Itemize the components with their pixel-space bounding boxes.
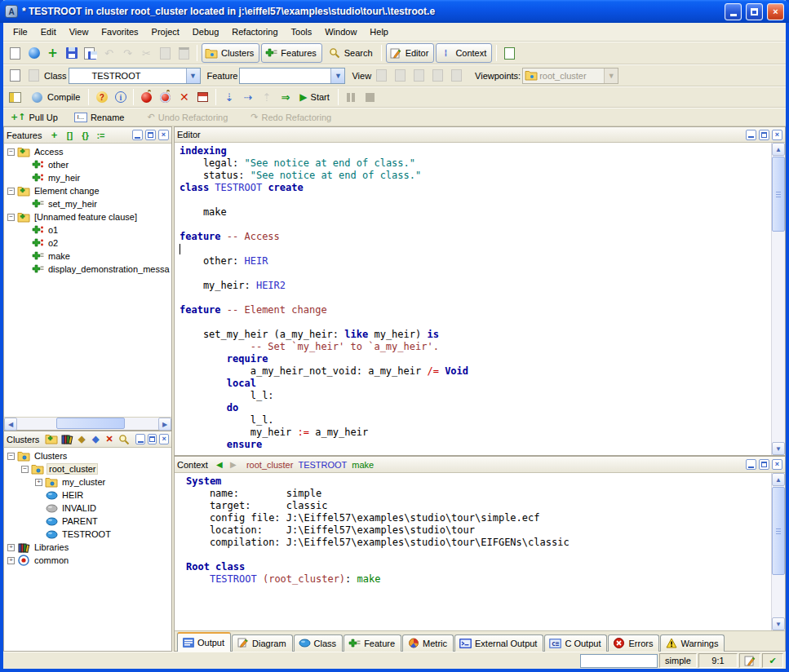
pause-icon[interactable]	[343, 89, 360, 106]
editor-vertical-scrollbar[interactable]: ▲ ▼	[771, 143, 785, 455]
features-tree-row[interactable]: make	[4, 250, 171, 263]
panel-maximize-button[interactable]	[145, 130, 156, 140]
search-icon[interactable]	[117, 433, 131, 445]
status-edit-cell[interactable]	[739, 653, 760, 668]
history-back-icon[interactable]: ◀	[214, 459, 225, 471]
menu-refactoring[interactable]: Refactoring	[225, 24, 284, 39]
clusters-tree-row[interactable]: PARENT	[4, 515, 171, 528]
tab-feature[interactable]: Feature	[344, 634, 401, 652]
undo-icon[interactable]: ↶	[100, 45, 117, 62]
new-document-icon[interactable]	[7, 45, 24, 62]
scroll-up-icon[interactable]: ▲	[772, 473, 785, 486]
collapse-box[interactable]: −	[7, 148, 15, 156]
tab-external-output[interactable]: External Output	[454, 634, 543, 652]
compile-button[interactable]: Compile	[25, 88, 84, 106]
stop-icon[interactable]	[361, 89, 379, 106]
features-horizontal-scrollbar[interactable]: ◀ ▶	[4, 417, 171, 430]
delete-icon[interactable]: ✕	[104, 433, 115, 445]
menu-debug[interactable]: Debug	[186, 24, 225, 39]
viewpoints-combobox[interactable]: root_cluster ▼	[522, 68, 618, 84]
tab-output[interactable]: Output	[177, 632, 231, 652]
view-flat-icon[interactable]	[410, 67, 428, 84]
save-icon[interactable]	[63, 45, 80, 62]
feature-history-icon[interactable]	[25, 67, 42, 84]
collapse-box[interactable]: −	[7, 188, 15, 195]
scrollbar-thumb[interactable]	[56, 418, 125, 429]
minimize-button[interactable]	[725, 3, 742, 20]
clusters-tool-button[interactable]: Clusters	[202, 43, 259, 63]
run-to-cursor-icon[interactable]: ⇒	[277, 89, 294, 106]
editor-code-area[interactable]: indexing legal: "See notice at end of cl…	[175, 143, 771, 455]
panel-minimize-button[interactable]	[746, 459, 756, 470]
panel-close-button[interactable]: ×	[158, 130, 169, 140]
close-button[interactable]: ×	[767, 3, 784, 20]
menu-favorites[interactable]: Favorites	[95, 24, 144, 39]
expand-box[interactable]: +	[7, 544, 15, 551]
project-settings-icon[interactable]	[7, 89, 24, 106]
redo-refactoring-button[interactable]: ↷ Redo Refactoring	[246, 108, 335, 126]
scroll-up-icon[interactable]: ▲	[772, 143, 785, 156]
view-clickable-icon[interactable]	[392, 67, 409, 84]
melt-question-icon[interactable]: ?	[93, 89, 110, 106]
chevron-down-icon[interactable]: ▼	[186, 69, 200, 83]
panel-minimize-button[interactable]	[135, 434, 145, 444]
open-icon[interactable]	[25, 45, 42, 62]
save-all-icon[interactable]	[82, 45, 99, 62]
rename-button[interactable]: I... Rename	[70, 108, 129, 126]
status-search-input[interactable]	[580, 654, 658, 668]
scrollbar-thumb[interactable]	[772, 157, 785, 232]
clusters-tree-row[interactable]: HEIR	[4, 489, 171, 502]
panel-close-button[interactable]: ×	[772, 459, 782, 470]
features-tree-row[interactable]: my_heir	[4, 171, 171, 184]
features-tree-row[interactable]: set_my_heir	[4, 197, 171, 210]
editor-tool-button[interactable]: Editor	[386, 43, 435, 63]
chevron-down-icon[interactable]: ▼	[330, 69, 344, 83]
add-item-icon[interactable]: ◆	[90, 433, 101, 445]
context-tool-button[interactable]: ⁞ Context	[436, 43, 492, 63]
menu-tools[interactable]: Tools	[285, 24, 319, 39]
clusters-tree-row[interactable]: +my_cluster	[4, 475, 171, 489]
scroll-right-icon[interactable]: ▶	[158, 418, 171, 431]
features-tree-row[interactable]: display_demonstration_messa	[4, 263, 171, 276]
feature-combobox[interactable]: ▼	[239, 68, 345, 84]
class-history-icon[interactable]: ↩	[7, 67, 24, 84]
info-icon[interactable]: i	[112, 89, 129, 106]
step-over-icon[interactable]: ⇢	[239, 89, 256, 106]
add-class-icon[interactable]: +	[44, 45, 61, 62]
view-basic-icon[interactable]	[373, 67, 390, 84]
menu-project[interactable]: Project	[145, 24, 186, 39]
debug-window-icon[interactable]	[194, 89, 211, 106]
panel-close-button[interactable]: ×	[159, 434, 169, 444]
toggle-assigner-icon[interactable]: :=	[94, 129, 107, 141]
panel-maximize-button[interactable]	[759, 130, 769, 140]
menu-edit[interactable]: Edit	[34, 24, 63, 39]
breadcrumb-item[interactable]: TESTROOT	[298, 460, 347, 470]
pull-up-button[interactable]: +↑ Pull Up	[7, 108, 62, 126]
class-combobox[interactable]: TESTROOT ▼	[69, 68, 201, 84]
clusters-tree-row[interactable]: INVALID	[4, 502, 171, 515]
status-check-cell[interactable]: ✔	[762, 653, 783, 668]
add-feature-icon[interactable]: +	[47, 129, 60, 141]
redo-icon[interactable]: ↷	[119, 45, 136, 62]
tab-diagram[interactable]: Diagram	[232, 634, 293, 652]
toggle-signature-icon[interactable]: []	[63, 129, 76, 141]
tab-metric[interactable]: Metric	[402, 634, 454, 652]
view-contracts-icon[interactable]	[429, 67, 446, 84]
clusters-tree-row[interactable]: +common	[4, 554, 171, 567]
copy-icon[interactable]	[157, 45, 174, 62]
scroll-left-icon[interactable]: ◀	[4, 418, 17, 431]
menu-help[interactable]: Help	[363, 24, 395, 39]
context-vertical-scrollbar[interactable]: ▲ ▼	[771, 473, 785, 630]
maximize-button[interactable]	[746, 3, 763, 20]
features-tree-row[interactable]: o1	[4, 223, 171, 237]
clusters-tree-row[interactable]: −Clusters	[4, 449, 171, 462]
tab-class[interactable]: Class	[294, 634, 344, 652]
enable-breakpoints-icon[interactable]	[138, 89, 155, 106]
features-tree-row[interactable]: other	[4, 158, 171, 171]
collapse-box[interactable]: −	[7, 453, 15, 460]
clusters-tree-row[interactable]: +Libraries	[4, 541, 171, 554]
tab-errors[interactable]: Errors	[608, 634, 659, 652]
external-editor-icon[interactable]: ↵	[501, 45, 518, 62]
clusters-tree-row[interactable]: TESTROOT	[4, 528, 171, 541]
features-tree-row[interactable]: o2	[4, 237, 171, 250]
